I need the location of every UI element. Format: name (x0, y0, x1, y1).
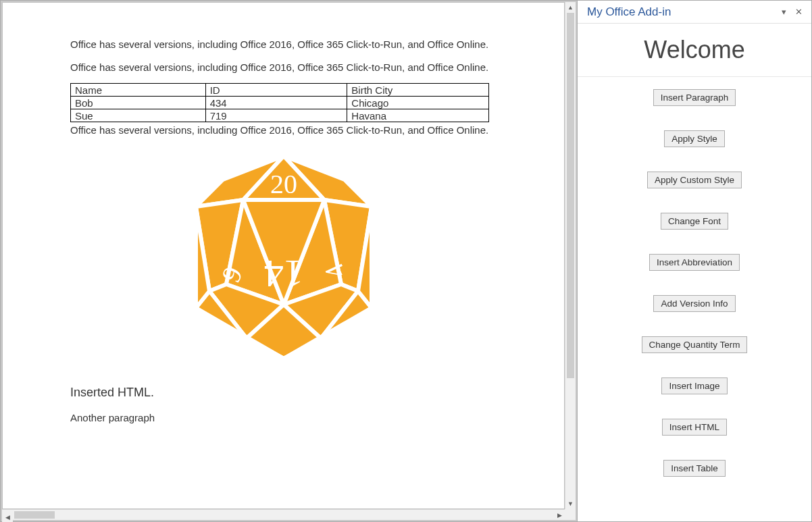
insert-abbreviation-button[interactable]: Insert Abbreviation (649, 254, 740, 271)
paragraph-text[interactable]: Another paragraph (70, 412, 497, 423)
paragraph-text[interactable]: Office has several versions, including O… (70, 124, 497, 137)
table-header-cell[interactable]: Name (71, 84, 206, 97)
add-version-info-button[interactable]: Add Version Info (653, 295, 735, 312)
apply-style-button[interactable]: Apply Style (664, 130, 725, 147)
paragraph-text[interactable]: Office has several versions, including O… (70, 61, 497, 74)
table-cell[interactable]: Chicago (347, 97, 489, 109)
svg-text:14: 14 (264, 252, 303, 296)
insert-paragraph-button[interactable]: Insert Paragraph (653, 89, 736, 106)
table-cell[interactable]: 434 (205, 97, 347, 109)
table-row: Bob 434 Chicago (71, 97, 489, 109)
table-header-cell[interactable]: ID (205, 84, 347, 97)
paragraph-text[interactable]: Office has several versions, including O… (70, 38, 497, 51)
change-quantity-term-button[interactable]: Change Quantity Term (642, 336, 748, 353)
svg-text:20: 20 (270, 169, 297, 199)
scroll-corner (565, 509, 576, 520)
vertical-scrollbar[interactable]: ▲ ▼ (565, 2, 576, 509)
taskpane-menu-button[interactable]: ▾ (776, 5, 791, 20)
table-cell[interactable]: Bob (71, 97, 206, 109)
inserted-image[interactable]: 20 14 6 4 (70, 149, 497, 365)
insert-html-button[interactable]: Insert HTML (662, 419, 727, 436)
taskpane-title: My Office Add-in (587, 5, 776, 19)
document-area: Office has several versions, including O… (0, 0, 577, 522)
close-icon[interactable]: ✕ (791, 5, 806, 20)
table-cell[interactable]: Havana (347, 109, 489, 122)
insert-table-button[interactable]: Insert Table (663, 460, 726, 477)
scrollbar-thumb[interactable] (14, 511, 55, 519)
table-cell[interactable]: Sue (71, 109, 206, 122)
welcome-heading: Welcome (644, 36, 744, 64)
scroll-down-arrow-icon[interactable]: ▼ (565, 498, 576, 509)
inserted-html-heading[interactable]: Inserted HTML. (70, 386, 497, 400)
change-font-button[interactable]: Change Font (661, 213, 728, 230)
horizontal-scrollbar[interactable]: ◀ ▶ (2, 509, 565, 520)
d20-dice-icon: 20 14 6 4 (182, 149, 385, 365)
document-page[interactable]: Office has several versions, including O… (2, 2, 565, 509)
table-header-cell[interactable]: Birth City (347, 84, 489, 97)
scrollbar-thumb[interactable] (567, 13, 574, 378)
scroll-right-arrow-icon[interactable]: ▶ (554, 510, 565, 520)
apply-custom-style-button[interactable]: Apply Custom Style (647, 172, 742, 188)
table-cell[interactable]: 719 (205, 109, 347, 122)
scroll-up-arrow-icon[interactable]: ▲ (565, 2, 576, 13)
table-row: Name ID Birth City (71, 84, 489, 97)
insert-image-button[interactable]: Insert Image (661, 377, 727, 394)
taskpane-header: My Office Add-in ▾ ✕ (578, 1, 811, 24)
task-pane: My Office Add-in ▾ ✕ Welcome Insert Para… (577, 0, 812, 522)
data-table[interactable]: Name ID Birth City Bob 434 Chicago Sue 7… (70, 83, 489, 122)
scroll-left-arrow-icon[interactable]: ◀ (2, 513, 13, 523)
table-row: Sue 719 Havana (71, 109, 489, 122)
